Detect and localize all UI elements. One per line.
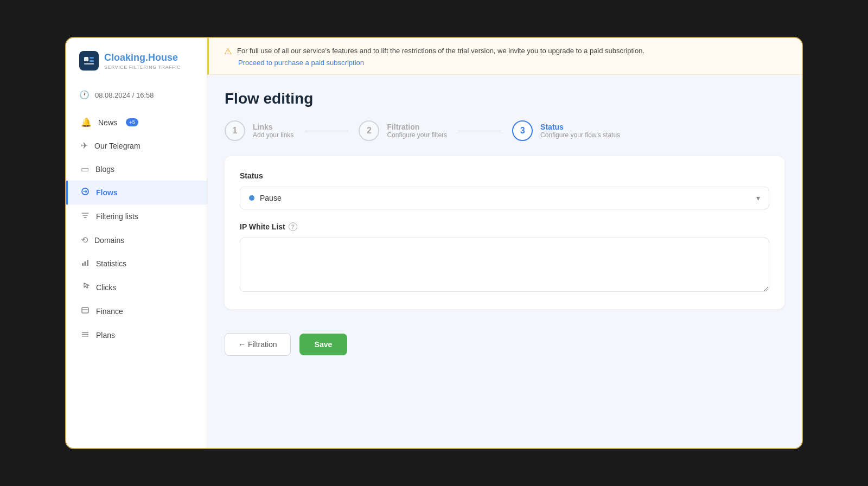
sidebar-item-domains[interactable]: ⟲ Domains	[66, 228, 207, 252]
blogs-icon: ▭	[81, 164, 89, 174]
step-divider-1	[304, 131, 348, 131]
svg-rect-3	[84, 63, 94, 65]
flows-icon	[81, 187, 90, 198]
svg-rect-11	[82, 336, 88, 337]
status-select[interactable]: Pause ▾	[240, 187, 769, 209]
finance-icon	[81, 306, 90, 317]
plans-icon	[81, 330, 90, 341]
sidebar-item-clicks[interactable]: Clicks	[66, 276, 207, 299]
steps-indicator: 1 Links Add your links 2 Filtration Co	[225, 120, 784, 141]
datetime-display: 🕐 08.08.2024 / 16:58	[66, 84, 207, 106]
step-3-title: Status	[540, 123, 620, 131]
svg-rect-9	[82, 332, 88, 333]
logo: Cloaking.House Service Filtering Traffic	[66, 51, 207, 84]
upgrade-link[interactable]: Proceed to purchase a paid subscription	[238, 59, 787, 67]
svg-rect-7	[87, 260, 88, 266]
domains-icon: ⟲	[81, 235, 88, 245]
statistics-icon	[81, 258, 90, 269]
sidebar-item-statistics[interactable]: Statistics	[66, 252, 207, 276]
sidebar-item-blogs[interactable]: ▭ Blogs	[66, 157, 207, 181]
status-dot	[249, 195, 254, 201]
main-content: ⚠ For full use of all our service's feat…	[207, 38, 802, 448]
sidebar-item-flows[interactable]: Flows	[66, 181, 207, 204]
step-3: 3 Status Configure your flow's status	[512, 120, 620, 141]
logo-icon	[79, 51, 99, 71]
svg-rect-8	[82, 308, 88, 313]
telegram-icon: ✈	[81, 140, 88, 151]
step-1-circle: 1	[225, 120, 245, 141]
save-button[interactable]: Save	[299, 334, 348, 355]
clock-icon: 🕐	[79, 90, 90, 100]
step-3-subtitle: Configure your flow's status	[540, 131, 620, 139]
svg-rect-2	[90, 60, 94, 62]
logo-brand: Cloaking.House	[104, 52, 181, 63]
step-2-title: Filtration	[387, 123, 447, 131]
status-value: Pause	[260, 194, 282, 202]
step-2-circle: 2	[359, 120, 379, 141]
filtering-icon	[81, 211, 90, 222]
page-title: Flow editing	[225, 90, 784, 107]
sidebar-item-news[interactable]: 🔔 News +5	[66, 111, 207, 134]
warning-icon: ⚠	[224, 46, 232, 56]
help-icon[interactable]: ?	[289, 222, 297, 231]
step-3-circle: 3	[512, 120, 533, 141]
svg-rect-5	[82, 263, 84, 266]
sidebar: Cloaking.House Service Filtering Traffic…	[66, 38, 207, 448]
main-nav: 🔔 News +5 ✈ Our Telegram ▭ Blogs Fl	[66, 111, 207, 347]
ip-whitelist-input[interactable]	[240, 238, 769, 292]
step-2: 2 Filtration Configure your filters	[359, 120, 447, 141]
status-field-label: Status	[240, 171, 769, 180]
sidebar-item-telegram[interactable]: ✈ Our Telegram	[66, 134, 207, 157]
svg-rect-10	[82, 334, 88, 335]
logo-subtitle: Service Filtering Traffic	[104, 65, 181, 70]
app-window: Cloaking.House Service Filtering Traffic…	[65, 37, 803, 449]
upgrade-banner: ⚠ For full use of all our service's feat…	[207, 38, 802, 75]
sidebar-item-filtering[interactable]: Filtering lists	[66, 204, 207, 228]
sidebar-item-finance[interactable]: Finance	[66, 299, 207, 323]
step-1-subtitle: Add your links	[253, 131, 293, 139]
back-to-filtration-button[interactable]: ← Filtration	[225, 333, 291, 356]
svg-rect-1	[90, 57, 94, 59]
step-1-title: Links	[253, 123, 293, 131]
chevron-down-icon: ▾	[756, 194, 760, 202]
form-actions: ← Filtration Save	[225, 322, 784, 356]
banner-text: For full use of all our service's featur…	[237, 46, 644, 56]
step-1: 1 Links Add your links	[225, 120, 293, 141]
svg-rect-6	[85, 261, 86, 266]
news-icon: 🔔	[81, 117, 92, 127]
sidebar-item-plans[interactable]: Plans	[66, 323, 207, 347]
form-card: Status Pause ▾ IP White List ?	[225, 156, 784, 309]
step-divider-2	[458, 131, 501, 131]
page-content: Flow editing 1 Links Add your links	[207, 75, 802, 448]
step-2-subtitle: Configure your filters	[387, 131, 447, 139]
ip-whitelist-label: IP White List ?	[240, 222, 769, 231]
svg-rect-0	[84, 57, 88, 61]
clicks-icon	[81, 282, 90, 293]
